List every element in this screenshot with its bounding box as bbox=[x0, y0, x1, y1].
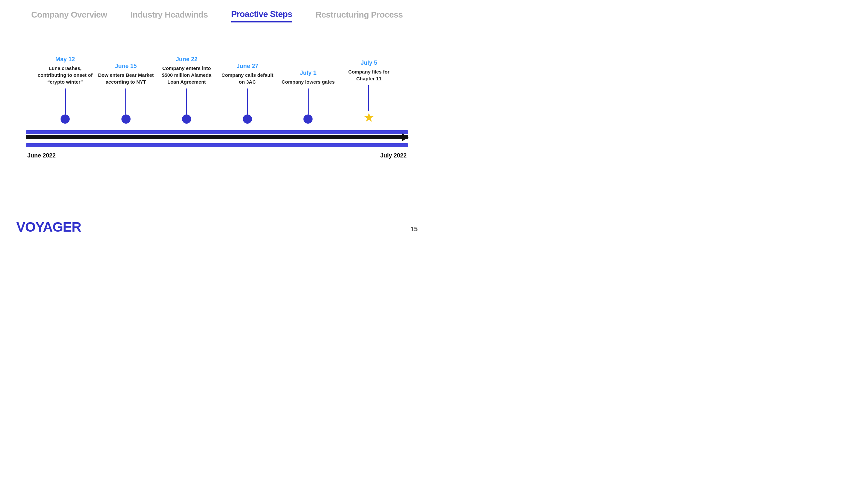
timeline-labels: June 2022 July 2022 bbox=[26, 152, 408, 159]
event-may12-desc: Luna crashes, contributing to onset of “… bbox=[36, 65, 94, 85]
event-june15-date: June 15 bbox=[115, 63, 137, 70]
event-may12: May 12 Luna crashes, contributing to ons… bbox=[36, 56, 94, 124]
event-july1: July 1 Company lowers gates bbox=[279, 70, 337, 124]
event-july5-date: July 5 bbox=[361, 60, 377, 66]
nav-tabs: Company Overview Industry Headwinds Proa… bbox=[0, 0, 434, 23]
star-icon: ★ bbox=[363, 111, 374, 124]
events-row: May 12 Luna crashes, contributing to ons… bbox=[36, 52, 398, 124]
event-june27-desc: Company calls default on 3AC bbox=[218, 72, 277, 85]
event-june22-stem bbox=[186, 89, 187, 115]
timeline-bar-bottom bbox=[26, 143, 408, 147]
event-july5-stem bbox=[368, 85, 369, 111]
event-june22-desc: Company enters into $500 million Alameda… bbox=[157, 65, 216, 85]
event-july1-stem bbox=[308, 89, 309, 115]
event-july1-dot bbox=[304, 115, 313, 124]
event-june15-stem bbox=[125, 89, 126, 115]
timeline-label-left: June 2022 bbox=[27, 152, 56, 159]
tab-industry-headwinds[interactable]: Industry Headwinds bbox=[130, 10, 208, 22]
event-june22: June 22 Company enters into $500 million… bbox=[157, 56, 216, 124]
event-june27-stem bbox=[247, 89, 248, 115]
timeline-bar-top bbox=[26, 130, 408, 134]
event-july5: July 5 Company files for Chapter 11 ★ bbox=[340, 60, 398, 124]
tab-proactive-steps[interactable]: Proactive Steps bbox=[231, 9, 292, 23]
event-july1-desc: Company lowers gates bbox=[282, 78, 335, 85]
timeline-label-right: July 2022 bbox=[380, 152, 407, 159]
event-may12-dot bbox=[61, 115, 70, 124]
event-june22-dot bbox=[182, 115, 191, 124]
tab-restructuring-process[interactable]: Restructuring Process bbox=[315, 10, 403, 22]
event-june22-date: June 22 bbox=[176, 56, 198, 63]
event-may12-date: May 12 bbox=[55, 56, 75, 63]
event-june15-dot bbox=[121, 115, 130, 124]
timeline-bar-middle bbox=[26, 135, 408, 139]
timeline-container: May 12 Luna crashes, contributing to ons… bbox=[26, 52, 408, 205]
timeline-bar: June 2022 July 2022 bbox=[26, 130, 408, 159]
event-june27-date: June 27 bbox=[236, 63, 258, 70]
voyager-logo: VOYAGER bbox=[16, 219, 81, 235]
event-july1-date: July 1 bbox=[300, 70, 316, 76]
page-number: 15 bbox=[410, 225, 418, 233]
event-june27: June 27 Company calls default on 3AC bbox=[218, 63, 277, 124]
tab-company-overview[interactable]: Company Overview bbox=[31, 10, 107, 22]
event-june15-desc: Dow enters Bear Market according to NYT bbox=[97, 72, 155, 85]
event-may12-stem bbox=[65, 89, 66, 115]
event-june27-dot bbox=[243, 115, 252, 124]
event-june15: June 15 Dow enters Bear Market according… bbox=[97, 63, 155, 124]
event-july5-desc: Company files for Chapter 11 bbox=[340, 68, 398, 82]
